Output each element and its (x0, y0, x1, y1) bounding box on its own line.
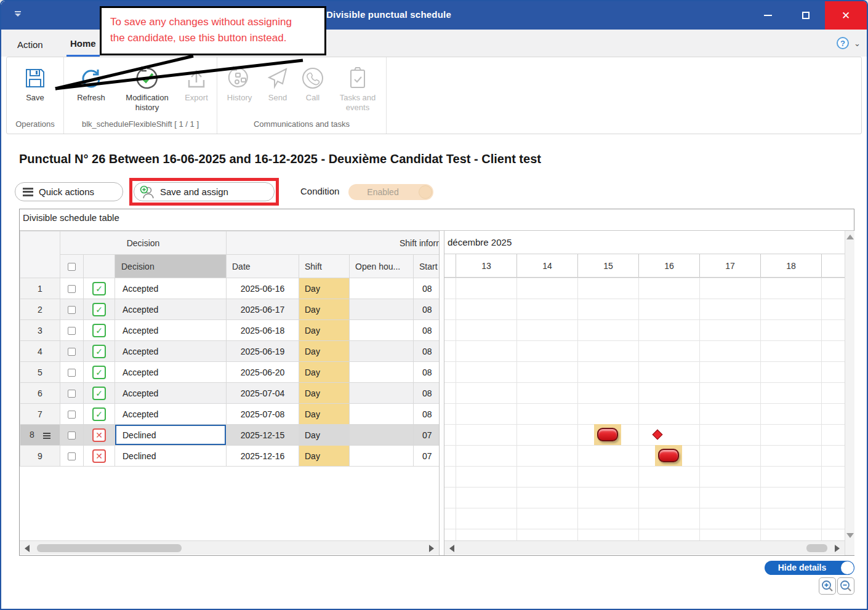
tasks-and-events-button[interactable]: Tasks and events (331, 58, 385, 113)
row-menu-icon[interactable] (43, 431, 50, 440)
row-checkbox-cell[interactable] (60, 320, 84, 341)
decision-cell[interactable]: Accepted (115, 278, 227, 299)
table-row[interactable]: 5✓Accepted2025-06-20Day08 (20, 362, 440, 383)
zoom-in-button[interactable] (819, 577, 836, 595)
row-number-cell[interactable]: 6 (20, 383, 60, 404)
chevron-down-icon[interactable]: ⌄ (854, 39, 861, 48)
row-number-cell[interactable]: 2 (20, 299, 60, 320)
shift-cell[interactable]: Day (299, 446, 350, 467)
scroll-down-arrow[interactable] (846, 533, 854, 538)
table-row[interactable]: 7✓Accepted2025-07-08Day08 (20, 404, 440, 425)
save-button[interactable]: Save (8, 58, 62, 103)
send-button[interactable]: Send (260, 58, 295, 103)
export-button[interactable]: Export (177, 58, 215, 103)
row-checkbox-cell[interactable] (60, 341, 84, 362)
decision-icon-cell[interactable]: ✕ (84, 425, 115, 446)
row-checkbox[interactable] (68, 411, 76, 419)
row-number-cell[interactable]: 5 (20, 362, 60, 383)
history-button[interactable]: History (219, 58, 260, 103)
open-hours-cell[interactable] (350, 341, 414, 362)
start-cell[interactable]: 08 (414, 341, 440, 362)
zoom-out-button[interactable] (837, 577, 854, 595)
table-row[interactable]: 3✓Accepted2025-06-18Day08 (20, 320, 440, 341)
row-checkbox[interactable] (68, 285, 76, 293)
minimize-button[interactable] (749, 1, 787, 30)
decision-icon-cell[interactable]: ✕ (84, 446, 115, 467)
date-cell[interactable]: 2025-06-19 (227, 341, 299, 362)
row-checkbox-cell[interactable] (60, 425, 84, 446)
date-cell[interactable]: 2025-12-15 (227, 425, 299, 446)
date-cell[interactable]: 2025-06-20 (227, 362, 299, 383)
start-cell[interactable]: 08 (414, 278, 440, 299)
column-header-date[interactable]: Date (227, 255, 299, 278)
row-checkbox[interactable] (68, 431, 76, 439)
quick-actions-button[interactable]: Quick actions (15, 182, 123, 201)
start-cell[interactable]: 08 (414, 362, 440, 383)
maximize-button[interactable] (787, 1, 825, 30)
decision-cell[interactable]: Accepted (115, 404, 227, 425)
help-icon[interactable]: ? (837, 37, 849, 49)
row-number-cell[interactable]: 4 (20, 341, 60, 362)
decision-icon-cell[interactable]: ✓ (84, 299, 115, 320)
date-cell[interactable]: 2025-06-18 (227, 320, 299, 341)
calendar-day-header[interactable]: 17 (699, 254, 760, 278)
table-row[interactable]: 1✓Accepted2025-06-16Day08 (20, 278, 440, 299)
open-hours-cell[interactable] (350, 362, 414, 383)
decision-cell[interactable]: Declined (115, 425, 227, 446)
row-checkbox-cell[interactable] (60, 278, 84, 299)
row-number-cell[interactable]: 7 (20, 404, 60, 425)
shift-cell[interactable]: Day (299, 404, 350, 425)
row-checkbox-cell[interactable] (60, 299, 84, 320)
save-and-assign-button[interactable]: Save and assign (134, 182, 275, 201)
scroll-up-arrow[interactable] (846, 235, 854, 239)
modification-history-button[interactable]: Modification history (117, 58, 177, 113)
row-checkbox[interactable] (68, 369, 76, 377)
column-header-decision[interactable]: Decision (115, 255, 227, 278)
decision-cell[interactable]: Accepted (115, 383, 227, 404)
tab-action[interactable]: Action (14, 32, 47, 57)
decision-cell[interactable]: Declined (115, 446, 227, 467)
open-hours-cell[interactable] (350, 320, 414, 341)
decision-cell[interactable]: Accepted (115, 341, 227, 362)
select-all-checkbox-cell[interactable] (60, 255, 84, 278)
call-button[interactable]: Call (295, 58, 331, 103)
condition-toggle[interactable]: Enabled (348, 184, 433, 200)
start-cell[interactable]: 07 (414, 446, 440, 467)
date-cell[interactable]: 2025-07-08 (227, 404, 299, 425)
decision-cell[interactable]: Accepted (115, 320, 227, 341)
quick-access-toolbar-icon[interactable] (15, 11, 21, 18)
decision-icon-cell[interactable]: ✓ (84, 362, 115, 383)
calendar-horizontal-scrollbar[interactable] (444, 540, 845, 555)
open-hours-cell[interactable] (350, 299, 414, 320)
scroll-right-arrow[interactable] (429, 545, 434, 552)
calendar-day-header[interactable]: 15 (577, 254, 638, 278)
open-hours-cell[interactable] (350, 425, 414, 446)
start-cell[interactable]: 08 (414, 404, 440, 425)
calendar-grid[interactable] (444, 278, 845, 540)
panel-splitter[interactable] (439, 231, 444, 555)
decision-icon-cell[interactable]: ✓ (84, 341, 115, 362)
decision-icon-cell[interactable]: ✓ (84, 320, 115, 341)
decision-icon-cell[interactable]: ✓ (84, 278, 115, 299)
calendar-day-header[interactable]: 13 (456, 254, 516, 278)
shift-cell[interactable]: Day (299, 299, 350, 320)
scroll-right-arrow[interactable] (835, 545, 840, 552)
start-cell[interactable]: 08 (414, 299, 440, 320)
open-hours-cell[interactable] (350, 404, 414, 425)
decision-icon-cell[interactable]: ✓ (84, 383, 115, 404)
decision-cell[interactable]: Accepted (115, 362, 227, 383)
decision-icon-cell[interactable]: ✓ (84, 404, 115, 425)
shift-cell[interactable]: Day (299, 320, 350, 341)
row-number-cell[interactable]: 8 (20, 425, 60, 446)
date-cell[interactable]: 2025-06-17 (227, 299, 299, 320)
tab-home[interactable]: Home (66, 32, 100, 57)
decision-cell[interactable]: Accepted (115, 299, 227, 320)
milestone-diamond-icon[interactable] (653, 430, 663, 440)
hide-details-toggle[interactable]: Hide details (765, 561, 854, 575)
shift-cell[interactable]: Day (299, 278, 350, 299)
shift-cell[interactable]: Day (299, 425, 350, 446)
start-cell[interactable]: 08 (414, 320, 440, 341)
open-hours-cell[interactable] (350, 383, 414, 404)
shift-cell[interactable]: Day (299, 341, 350, 362)
date-cell[interactable]: 2025-12-16 (227, 446, 299, 467)
